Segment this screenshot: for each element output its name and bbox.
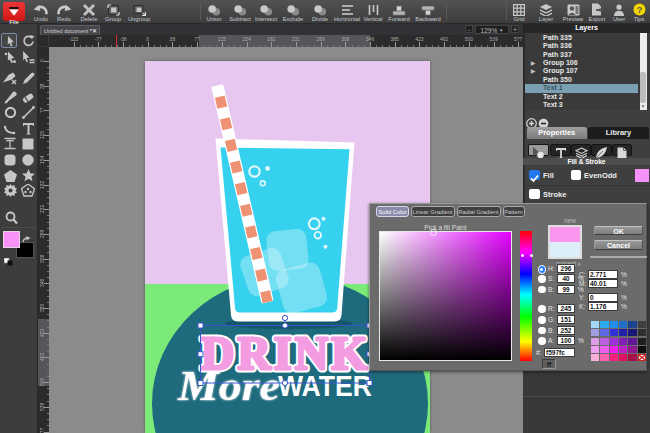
svg-text:More: More xyxy=(176,363,279,409)
svg-text:WATER: WATER xyxy=(278,369,372,402)
svg-text:?: ? xyxy=(636,5,642,15)
